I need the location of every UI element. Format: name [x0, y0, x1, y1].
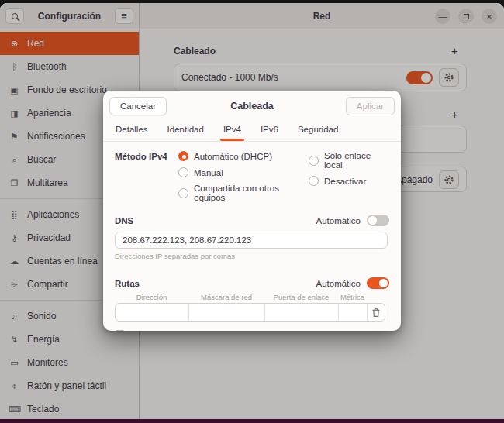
column-header-direccion: Dirección	[115, 293, 188, 301]
route-entry-row	[115, 303, 385, 322]
column-header-mascara: Máscara de red	[188, 293, 264, 301]
radio-icon	[178, 167, 188, 177]
route-netmask-input[interactable]	[189, 304, 264, 321]
dns-automatic-toggle[interactable]	[367, 215, 389, 226]
dialog-header: Cableada Cancelar Aplicar	[103, 91, 401, 122]
local-resources-option[interactable]: Usar esta conexión sólo para los recurso…	[115, 330, 389, 331]
wired-settings-dialog: Cableada Cancelar Aplicar Detalles Ident…	[103, 91, 401, 331]
route-cell	[116, 304, 189, 321]
route-cell	[189, 304, 265, 321]
route-gateway-input[interactable]	[265, 304, 338, 321]
route-cell	[339, 304, 368, 321]
route-address-input[interactable]	[116, 304, 188, 321]
screenshot-stage: Configuración ≡ Red — × ⊕ Red	[0, 0, 504, 423]
checkbox-icon	[115, 330, 125, 331]
dns-helper-text: Direcciones IP separadas por comas	[115, 252, 389, 260]
tab-detalles[interactable]: Detalles	[114, 122, 150, 141]
checkbox-label: Usar esta conexión sólo para los recurso…	[131, 331, 337, 332]
radio-compartida[interactable]: Compartida con otros equipos	[178, 184, 309, 202]
dns-automatic: Automático	[316, 215, 389, 226]
routes-automatic-toggle[interactable]	[367, 277, 389, 289]
radio-icon	[178, 151, 188, 161]
route-metric-input[interactable]	[339, 304, 367, 321]
radio-label: Desactivar	[324, 177, 366, 186]
routes-automatic: Automático	[316, 277, 389, 289]
tab-ipv4[interactable]: IPv4	[222, 122, 243, 141]
radio-label: Compartida con otros equipos	[194, 184, 309, 202]
radio-icon	[309, 176, 319, 186]
dialog-tabs: Detalles Identidad IPv4 IPv6 Seguridad	[103, 122, 401, 142]
tab-ipv6[interactable]: IPv6	[259, 122, 280, 141]
dns-label: DNS	[115, 216, 133, 225]
routes-automatic-label: Automático	[316, 279, 361, 288]
routes-section: Rutas Automático Dirección Máscara de re…	[115, 277, 389, 331]
radio-label: Sólo enlace local	[324, 151, 389, 170]
radio-solo-enlace-local[interactable]: Sólo enlace local	[309, 151, 389, 170]
radio-icon	[178, 188, 188, 198]
radio-label: Automático (DHCP)	[194, 152, 272, 161]
apply-button[interactable]: Aplicar	[346, 97, 395, 115]
routes-header-row: Rutas Automático	[115, 277, 389, 289]
trash-icon	[371, 308, 381, 318]
radio-label: Manual	[194, 168, 223, 177]
radio-icon	[309, 156, 319, 166]
column-header-metrica: Métrica	[338, 293, 367, 301]
dns-automatic-label: Automático	[316, 216, 361, 225]
ipv4-method-label: Método IPv4	[115, 151, 178, 202]
ipv4-page: Método IPv4 Automático (DHCP) Manual Com…	[103, 142, 401, 331]
route-delete-button[interactable]	[368, 304, 385, 321]
ipv4-method-group: Método IPv4 Automático (DHCP) Manual Com…	[115, 151, 389, 202]
dns-header-row: DNS Automático	[115, 215, 389, 226]
tab-identidad[interactable]: Identidad	[166, 122, 205, 141]
column-header-empty	[367, 293, 385, 301]
routes-label: Rutas	[115, 279, 140, 288]
radio-manual[interactable]: Manual	[178, 167, 309, 177]
cancel-button[interactable]: Cancelar	[109, 97, 167, 115]
route-cell	[265, 304, 339, 321]
radio-automatico-dhcp[interactable]: Automático (DHCP)	[178, 151, 309, 161]
tab-seguridad[interactable]: Seguridad	[296, 122, 340, 141]
toggle-knob	[379, 279, 388, 287]
radio-desactivar[interactable]: Desactivar	[309, 176, 389, 186]
toggle-knob	[368, 216, 377, 225]
dns-input[interactable]	[115, 232, 388, 249]
column-header-puerta: Puerta de enlace	[264, 293, 338, 301]
method-column-2: Sólo enlace local Desactivar	[309, 151, 389, 202]
routes-column-headers: Dirección Máscara de red Puerta de enlac…	[115, 293, 389, 301]
method-column-1: Automático (DHCP) Manual Compartida con …	[178, 151, 309, 202]
dns-section: DNS Automático Direcciones IP separadas …	[115, 215, 389, 260]
